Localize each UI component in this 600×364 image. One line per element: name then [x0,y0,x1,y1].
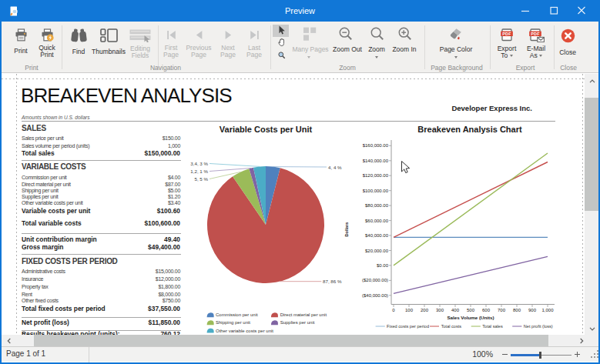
svg-text:Commission per unit: Commission per unit [216,312,258,317]
svg-text:1,2, 1 %: 1,2, 1 % [190,169,208,174]
svg-text:Direct material per unit: Direct material per unit [280,312,327,317]
svg-text:Fixed costs per period: Fixed costs per period [387,324,429,329]
svg-text:$160,000.00: $160,000.00 [363,143,389,148]
svg-text:PDF: PDF [531,32,540,36]
svg-text:Other variable costs per unit: Other variable costs per unit [216,329,273,333]
svg-text:Shipping per unit: Shipping per unit [216,320,250,325]
svg-text:Total costs: Total costs [441,324,462,329]
svg-text:$60,000.00: $60,000.00 [365,219,389,223]
svg-text:300: 300 [436,308,444,312]
svg-text:3,4, 3 %: 3,4, 3 % [190,161,208,166]
svg-text:Dollars: Dollars [344,222,349,237]
svg-text:Total sales: Total sales [482,324,503,329]
svg-text:500: 500 [467,308,475,312]
svg-text:400: 400 [451,308,460,312]
svg-text:PDF: PDF [502,32,511,36]
svg-text:900: 900 [528,308,537,312]
svg-text:Supplies per unit: Supplies per unit [280,320,315,325]
svg-text:$40,000.00: $40,000.00 [365,233,389,238]
svg-text:800: 800 [513,308,521,312]
svg-text:200: 200 [421,308,429,312]
svg-text:Sales Volume (Units): Sales Volume (Units) [447,315,494,320]
svg-text:1,000: 1,000 [541,308,554,312]
svg-text:600: 600 [482,308,491,312]
svg-text:0: 0 [392,308,395,312]
svg-text:$0.00: $0.00 [377,263,389,268]
svg-text:$20,000.00: $20,000.00 [365,249,389,253]
svg-text:$140,000.00: $140,000.00 [363,159,389,163]
svg-text:700: 700 [498,308,506,312]
svg-text:$100,000.00: $100,000.00 [363,189,389,193]
svg-text:Net profit (loss): Net profit (loss) [524,324,553,329]
svg-text:$80,000.00: $80,000.00 [365,203,389,208]
svg-text:($20,000.00): ($20,000.00) [362,278,388,282]
svg-text:$120,000.00: $120,000.00 [363,173,389,178]
svg-text:5, 5 %: 5, 5 % [194,176,208,182]
svg-text:100: 100 [405,308,414,312]
svg-text:($40,000.00): ($40,000.00) [362,293,388,298]
